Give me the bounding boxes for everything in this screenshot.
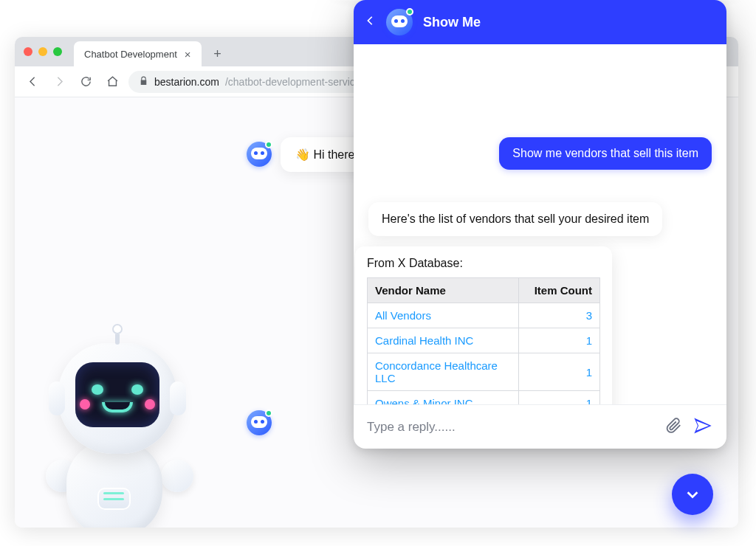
table-row: All Vendors 3 <box>368 303 600 328</box>
send-button[interactable] <box>693 415 713 439</box>
chevron-down-icon <box>684 486 701 502</box>
bot-message-text: Here's the list of vendors that sell you… <box>382 212 649 225</box>
bot-avatar-icon <box>247 410 272 435</box>
chat-input-bar <box>354 404 726 449</box>
url-domain: bestarion.com <box>154 76 219 88</box>
reply-input[interactable] <box>367 420 656 435</box>
vendor-link[interactable]: Concordance Healthcare LLC <box>375 359 498 384</box>
chat-header: Show Me <box>354 0 726 44</box>
window-maximize-button[interactable] <box>53 47 62 56</box>
url-path: /chatbot-development-service <box>225 76 361 88</box>
window-close-button[interactable] <box>24 47 32 56</box>
arrow-right-icon <box>53 75 66 88</box>
window-minimize-button[interactable] <box>38 47 47 56</box>
user-message-text: Show me vendors that sell this item <box>512 147 698 159</box>
chevron-left-icon <box>365 13 376 29</box>
nav-forward-button[interactable] <box>49 72 69 92</box>
vendors-table: Vendor Name Item Count All Vendors 3 Car… <box>367 277 600 404</box>
user-message: Show me vendors that sell this item <box>499 137 712 170</box>
send-icon <box>693 415 713 436</box>
database-label: From X Database: <box>367 257 600 270</box>
column-header-vendor: Vendor Name <box>368 278 519 303</box>
attach-button[interactable] <box>666 418 682 437</box>
bot-message: Here's the list of vendors that sell you… <box>368 202 662 236</box>
table-row: Owens & Minor INC 1 <box>368 391 600 405</box>
arrow-left-icon <box>27 75 39 88</box>
paperclip-icon <box>666 418 682 434</box>
chat-toggle-fab[interactable] <box>672 474 713 515</box>
tab-title: Chatbot Development <box>84 49 177 60</box>
item-count: 1 <box>519 328 600 353</box>
item-count: 3 <box>519 303 600 328</box>
column-header-count: Item Count <box>519 278 600 303</box>
item-count: 1 <box>519 353 600 391</box>
nav-home-button[interactable] <box>102 72 123 92</box>
home-icon <box>106 75 119 88</box>
vendor-link[interactable]: Cardinal Health INC <box>375 334 473 347</box>
item-count: 1 <box>519 391 600 405</box>
vendor-link[interactable]: All Vendors <box>375 309 431 322</box>
table-row: Concordance Healthcare LLC 1 <box>368 353 600 391</box>
chat-back-button[interactable] <box>365 13 376 32</box>
table-header-row: Vendor Name Item Count <box>368 278 600 303</box>
reload-icon <box>80 75 92 88</box>
nav-reload-button[interactable] <box>75 72 96 92</box>
robot-mascot-icon <box>37 343 199 528</box>
chat-widget: Show Me Show me vendors that sell this i… <box>354 0 726 449</box>
vendor-link[interactable]: Owens & Minor INC <box>375 397 473 404</box>
database-result-card: From X Database: Vendor Name Item Count … <box>355 246 612 404</box>
table-row: Cardinal Health INC 1 <box>368 328 600 353</box>
chat-title: Show Me <box>423 15 481 30</box>
bot-avatar-icon <box>247 142 272 167</box>
chat-body: Show me vendors that sell this item Here… <box>354 44 726 404</box>
new-tab-button[interactable]: + <box>207 44 228 64</box>
nav-back-button[interactable] <box>22 72 43 92</box>
window-controls <box>24 37 74 66</box>
bot-avatar-icon <box>386 9 413 35</box>
browser-tab[interactable]: Chatbot Development × <box>74 41 202 66</box>
lock-icon <box>139 76 148 88</box>
tab-close-icon[interactable]: × <box>185 48 191 61</box>
